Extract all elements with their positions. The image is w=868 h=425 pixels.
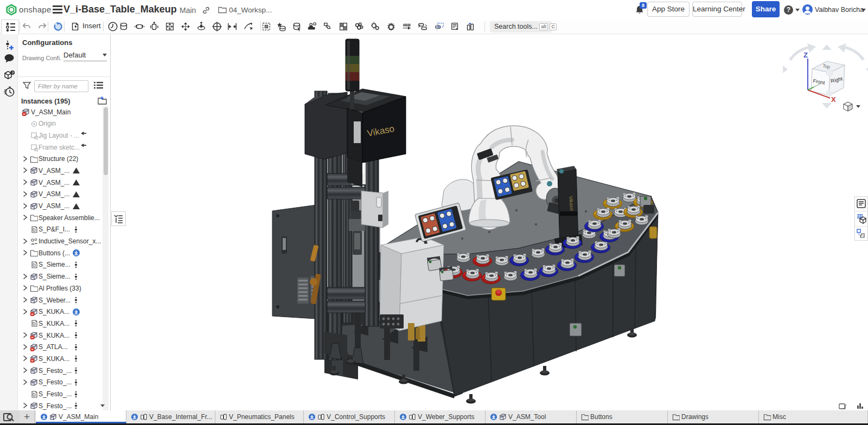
svg-text:X: X [831,95,836,104]
svg-text:?: ? [12,71,14,75]
svg-text:Z: Z [803,51,808,59]
